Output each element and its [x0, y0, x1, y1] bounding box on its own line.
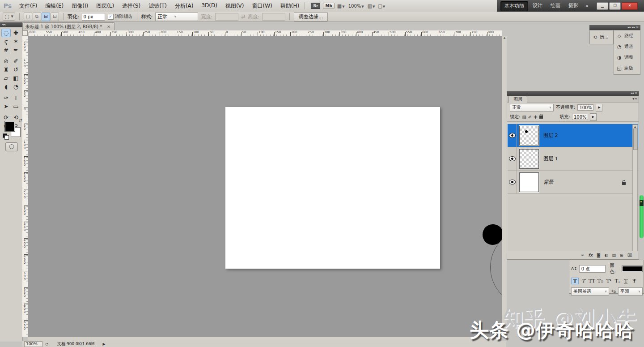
- layer-row-1[interactable]: 图层 1: [508, 147, 638, 171]
- dock-item-1[interactable]: ◔通道: [614, 41, 640, 52]
- mini-bridge-button[interactable]: Mb: [323, 3, 334, 9]
- lock-all-icon[interactable]: [539, 114, 543, 120]
- move-tool-icon[interactable]: ✚: [11, 29, 21, 37]
- quick-mask-button[interactable]: ◯: [5, 142, 18, 151]
- language-select[interactable]: 美国英语∨: [571, 287, 609, 296]
- path-selection-tool-icon[interactable]: ➤: [1, 102, 11, 111]
- workspace-more-chevron[interactable]: »: [584, 3, 590, 9]
- dock-item-3[interactable]: ◱蒙版: [614, 63, 640, 73]
- dock-collapse-bar[interactable]: ▸▸ ▸▸ ✕: [589, 25, 640, 30]
- brush-tool-icon[interactable]: ✐: [11, 57, 21, 65]
- zoom-level-button[interactable]: 100%▼: [348, 4, 364, 9]
- blur-tool-icon[interactable]: ◖: [1, 82, 11, 91]
- type-tool-icon[interactable]: T: [11, 94, 21, 102]
- history-brush-tool-icon[interactable]: ↺: [11, 65, 21, 74]
- workspace-button-1[interactable]: 设计: [529, 1, 546, 11]
- default-colors-icon[interactable]: [3, 133, 8, 139]
- faux-style-6[interactable]: T: [622, 278, 630, 284]
- menu-item-2[interactable]: 图像(I): [68, 2, 92, 10]
- menu-item-5[interactable]: 滤镜(T): [144, 2, 171, 10]
- restore-button[interactable]: ❐: [609, 2, 621, 10]
- faux-style-7[interactable]: Ŧ: [631, 278, 638, 284]
- screen-mode-button[interactable]: ▢▼: [377, 3, 385, 9]
- eraser-tool-icon[interactable]: ▱: [1, 74, 11, 82]
- vertical-scrollbar[interactable]: ▲: [502, 36, 507, 337]
- feather-input[interactable]: 0 px: [82, 13, 105, 21]
- leading-input[interactable]: 0 点: [579, 265, 606, 273]
- layer-thumbnail-1[interactable]: [519, 149, 539, 169]
- quick-selection-tool-icon[interactable]: ✶: [11, 37, 21, 46]
- clone-stamp-tool-icon[interactable]: ♜: [1, 65, 11, 74]
- selection-mode-2[interactable]: ⊟: [42, 13, 50, 21]
- text-color-swatch[interactable]: [622, 266, 643, 272]
- shape-tool-icon[interactable]: ▭: [11, 102, 21, 111]
- layers-action-icon-4[interactable]: ▤: [612, 253, 616, 257]
- layer-row-2[interactable]: 背景: [508, 171, 638, 194]
- document-tab[interactable]: 未标题-1 @ 100% (图层 2, RGB/8) * ✕: [22, 22, 115, 31]
- menu-item-8[interactable]: 视图(V): [221, 2, 248, 10]
- faux-style-0[interactable]: T: [571, 278, 579, 284]
- tool-preset-picker[interactable]: ◌ ▼: [3, 13, 15, 21]
- crop-tool-icon[interactable]: #: [1, 46, 11, 54]
- layer-row-0[interactable]: 图层 2: [508, 124, 638, 147]
- tools-collapse-bar[interactable]: ◂◂: [0, 22, 22, 27]
- visibility-cell-2[interactable]: [508, 171, 517, 193]
- layers-collapse-bar[interactable]: ◂◂ ✕: [507, 91, 639, 96]
- layers-action-icon-6[interactable]: ⌧: [627, 253, 632, 257]
- workspace-button-3[interactable]: 摄影: [565, 1, 582, 11]
- style-select[interactable]: 正常∨: [155, 13, 198, 21]
- fill-slider-icon[interactable]: ▶: [590, 113, 597, 121]
- status-flyout-icon[interactable]: ▶: [103, 342, 106, 346]
- faux-style-2[interactable]: TT: [588, 278, 596, 284]
- panel-menu-icon[interactable]: ▾≡: [632, 97, 637, 101]
- menu-item-9[interactable]: 窗口(W): [248, 2, 276, 10]
- lock-icon-1[interactable]: ✐: [528, 115, 532, 120]
- menu-item-4[interactable]: 选择(S): [118, 2, 144, 10]
- layers-action-icon-3[interactable]: ◐: [605, 253, 608, 257]
- layers-tab[interactable]: 图层: [508, 96, 527, 103]
- swap-colors-icon[interactable]: ⇄: [19, 118, 22, 123]
- document-canvas[interactable]: [225, 107, 440, 269]
- faux-style-1[interactable]: T: [580, 278, 587, 284]
- foreground-color-swatch[interactable]: [4, 121, 15, 132]
- opacity-value[interactable]: 100%: [577, 104, 593, 111]
- tab-close-icon[interactable]: ✕: [106, 24, 112, 30]
- fill-value[interactable]: 100%: [572, 114, 588, 120]
- menu-item-10[interactable]: 帮助(H): [276, 2, 303, 10]
- menu-item-0[interactable]: 文件(F): [15, 2, 41, 10]
- layers-scrollbar[interactable]: ▲ ▼: [632, 124, 638, 256]
- bridge-button[interactable]: Br: [311, 3, 320, 9]
- layers-action-icon-1[interactable]: fx: [588, 253, 593, 257]
- menu-item-3[interactable]: 图层(L): [92, 2, 118, 10]
- menu-item-7[interactable]: 3D(D): [197, 2, 221, 10]
- layers-action-icon-2[interactable]: ◙: [597, 253, 601, 257]
- visibility-cell-1[interactable]: [508, 147, 517, 170]
- history-panel-button[interactable]: ⟲ 历...: [589, 30, 614, 44]
- menu-item-6[interactable]: 分析(A): [171, 2, 198, 10]
- view-extras-button[interactable]: ▦▼: [337, 3, 345, 9]
- zoom-percent-field[interactable]: 100%: [24, 341, 42, 347]
- blend-mode-select[interactable]: 正常 ∨: [510, 104, 554, 111]
- arrange-documents-button[interactable]: ▥▼: [368, 3, 375, 9]
- eyedropper-tool-icon[interactable]: ✒: [11, 46, 21, 54]
- workspace-button-2[interactable]: 绘画: [547, 1, 564, 11]
- canvas-viewport[interactable]: [28, 36, 502, 337]
- elliptical-marquee-tool-icon[interactable]: ◌: [1, 29, 11, 37]
- selection-mode-1[interactable]: ⧉: [33, 13, 41, 21]
- scrollbar-thumb[interactable]: [633, 129, 638, 150]
- faux-style-5[interactable]: T₁: [614, 278, 621, 284]
- dodge-tool-icon[interactable]: ◔: [11, 82, 21, 91]
- lock-icon-2[interactable]: ✚: [534, 115, 537, 120]
- dock-item-2[interactable]: ◑调整: [614, 52, 640, 63]
- layers-action-icon-0[interactable]: ∞: [581, 253, 585, 257]
- selection-mode-0[interactable]: □: [24, 13, 32, 21]
- refine-edge-button[interactable]: 调整边缘...: [294, 12, 328, 21]
- selection-mode-3[interactable]: ⊡: [51, 13, 59, 21]
- layers-action-icon-5[interactable]: ⊞: [620, 253, 623, 257]
- faux-style-3[interactable]: Tᴛ: [597, 278, 604, 284]
- opacity-slider-icon[interactable]: ▶: [596, 104, 602, 111]
- antialias-select[interactable]: 平滑∨: [618, 287, 643, 296]
- menu-item-1[interactable]: 编辑(E): [41, 2, 68, 10]
- visibility-cell-0[interactable]: [508, 124, 517, 147]
- healing-brush-tool-icon[interactable]: ⊘: [1, 57, 11, 65]
